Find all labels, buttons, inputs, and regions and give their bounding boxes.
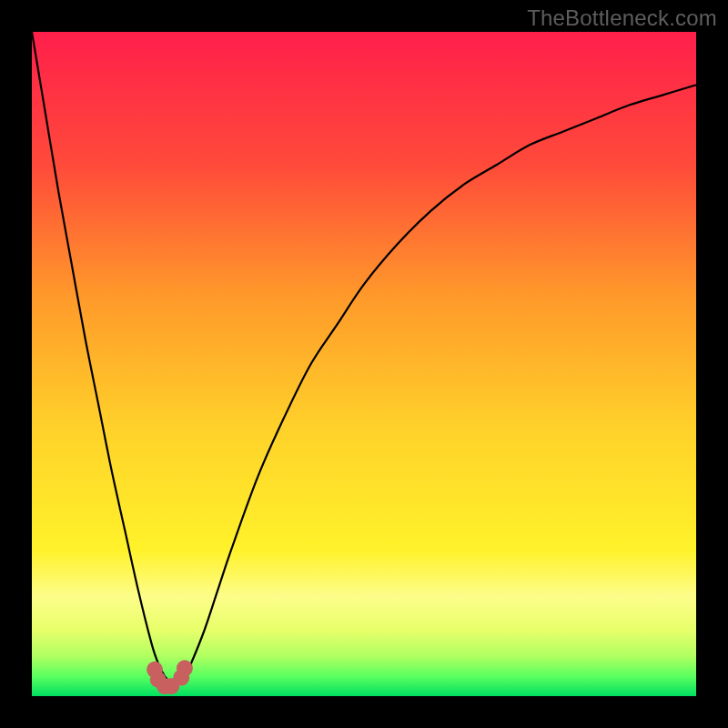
chart-frame: TheBottleneck.com	[0, 0, 728, 728]
bottleneck-curve	[32, 32, 696, 683]
marker-cluster	[147, 660, 193, 694]
watermark-text: TheBottleneck.com	[527, 5, 717, 31]
plot-area	[32, 32, 696, 696]
curve-layer	[32, 32, 696, 696]
marker-dot	[177, 660, 193, 676]
